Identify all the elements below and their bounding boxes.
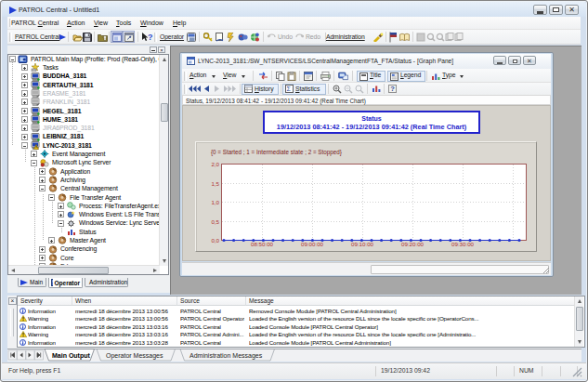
svg-text:0,0: 0,0 [211, 237, 219, 244]
svg-text:?: ? [148, 33, 153, 42]
svg-text:1,0: 1,0 [211, 199, 219, 205]
svg-text:1,5: 1,5 [211, 180, 219, 187]
svg-text:Main Output: Main Output [52, 352, 90, 360]
svg-text:Σ: Σ [287, 86, 292, 92]
svg-text:09:10:00: 09:10:00 [351, 241, 374, 247]
svg-text:2,0: 2,0 [211, 161, 219, 167]
svg-text:09:30:00: 09:30:00 [451, 241, 475, 247]
svg-text:Operator Messages: Operator Messages [106, 352, 163, 360]
svg-text:0,5: 0,5 [211, 218, 219, 225]
svg-text:?: ? [390, 85, 395, 93]
svg-text:Administration Messages: Administration Messages [189, 352, 263, 360]
svg-text:08:50:00: 08:50:00 [251, 241, 274, 247]
